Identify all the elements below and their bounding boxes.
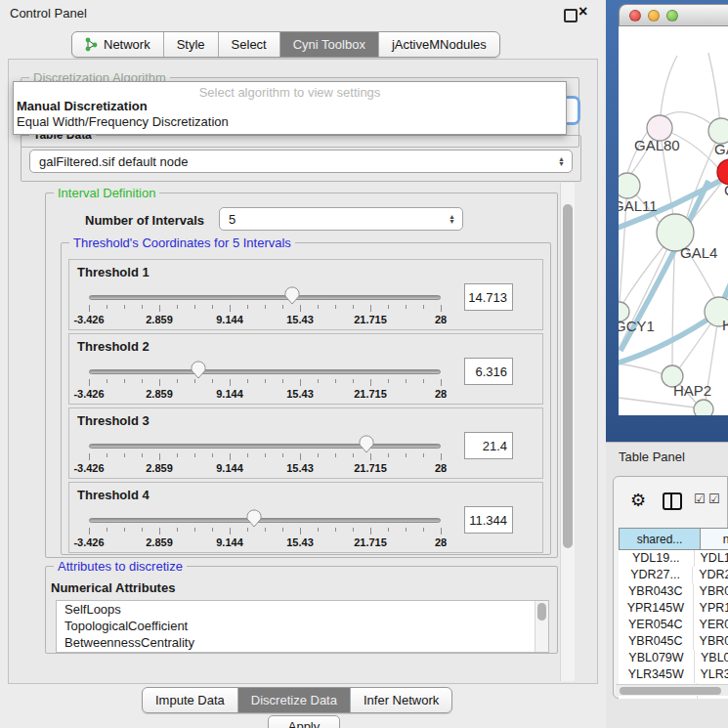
horizontal-scrollbar-thumb[interactable] <box>620 687 721 695</box>
checkbox-icon[interactable]: ☑ <box>708 492 720 506</box>
table-row[interactable]: YER054CYER0 <box>619 617 728 633</box>
tick-mark <box>107 453 107 457</box>
list-scrollbar-thumb[interactable] <box>537 603 546 621</box>
tick-mark <box>335 528 336 532</box>
vertical-scrollbar-thumb[interactable] <box>563 204 573 548</box>
tab-cyni-toolbox[interactable]: Cyni Toolbox <box>279 32 378 57</box>
tab-network[interactable]: Network <box>72 32 163 57</box>
table-row[interactable]: YDL19...YDL1 <box>619 550 728 567</box>
tick-label: 9.144 <box>216 536 243 548</box>
attribute-list-item[interactable]: SelfLoops <box>57 601 548 618</box>
table-row[interactable]: YLR345WYLR3 <box>619 666 728 683</box>
threshold-value-field[interactable]: 21.4 <box>464 432 513 459</box>
tick-mark <box>353 305 354 309</box>
numerical-attributes-list[interactable]: SelfLoopsTopologicalCoefficientBetweenne… <box>56 600 549 653</box>
cell-name: YBL0 <box>695 650 728 666</box>
tick-label: -3.426 <box>73 314 104 325</box>
tab-style[interactable]: Style <box>163 32 218 57</box>
network-edge <box>619 364 664 374</box>
tick-label: 15.43 <box>286 536 314 548</box>
tick-mark <box>230 305 231 312</box>
tick-mark <box>318 379 319 383</box>
threshold-value-field[interactable]: 11.344 <box>464 506 513 534</box>
table-row[interactable]: YPR145WYPR1 <box>619 600 728 617</box>
tab-select[interactable]: Select <box>218 32 279 57</box>
tick-label: -3.426 <box>73 388 104 400</box>
threshold-label: Threshold 4 <box>77 488 150 502</box>
float-window-icon[interactable] <box>564 9 578 22</box>
traffic-light-minimize-icon[interactable] <box>648 10 660 21</box>
network-window-titlebar[interactable] <box>619 4 728 26</box>
algorithm-option-equal-width[interactable]: Equal Width/Frequency Discretization <box>17 114 229 129</box>
close-icon[interactable]: × <box>578 3 587 21</box>
table-data-combobox[interactable]: galFiltered.sif default node ▲▼ <box>29 150 573 173</box>
node-label: GCY1 <box>619 318 655 334</box>
combo-stepper-icon: ▲▼ <box>449 214 455 224</box>
attribute-list-item[interactable]: BetweennessCentrality <box>57 634 548 651</box>
algorithm-popup: Select algorithm to view settings Manual… <box>13 81 567 135</box>
traffic-light-zoom-icon[interactable] <box>666 10 678 21</box>
slider-thumb[interactable] <box>246 509 262 528</box>
horizontal-scrollbar[interactable] <box>616 684 728 696</box>
cyni-toolbox-panel: Discretization Algorithm Table Data galF… <box>8 59 598 684</box>
settings-gear-icon[interactable]: ⚙ <box>630 490 646 511</box>
network-icon <box>85 37 98 52</box>
vertical-scrollbar[interactable] <box>560 183 575 681</box>
threshold-value-field[interactable]: 14.713 <box>464 283 513 311</box>
number-of-intervals-combobox[interactable]: 5 ▲▼ <box>219 207 463 231</box>
slider-thumb[interactable] <box>359 435 374 453</box>
tick-mark <box>247 528 248 532</box>
threshold-slider-track[interactable] <box>89 444 441 449</box>
network-view-canvas[interactable]: GAL80GACGAL11GAL4GCY1HHAP2 <box>619 26 728 415</box>
threshold-label: Threshold 3 <box>77 413 150 428</box>
tick-mark <box>194 453 195 457</box>
tick-mark <box>142 305 143 309</box>
numerical-attributes-label: Numerical Attributes <box>51 580 175 595</box>
tick-mark <box>212 528 213 532</box>
threshold-value-field[interactable]: 6.316 <box>464 358 513 385</box>
slider-thumb[interactable] <box>191 361 206 379</box>
tick-label: -3.426 <box>73 536 104 548</box>
node-label: GA <box>714 141 728 157</box>
tick-mark <box>388 305 389 309</box>
node-bottom[interactable] <box>694 400 713 415</box>
tick-mark <box>370 305 371 312</box>
tab-impute-data[interactable]: Impute Data <box>143 688 237 712</box>
threshold-slider-track[interactable] <box>89 369 441 374</box>
tick-label: 2.859 <box>146 388 173 400</box>
number-of-intervals-value: 5 <box>229 212 236 227</box>
tab-discretize-data[interactable]: Discretize Data <box>237 688 350 712</box>
traffic-light-close-icon[interactable] <box>629 10 641 21</box>
attributes-group-label: Attributes to discretize <box>54 559 187 574</box>
apply-button[interactable]: Apply <box>268 715 340 728</box>
table-row[interactable]: YBL079WYBL0 <box>619 650 728 666</box>
tick-label: 28 <box>435 314 447 325</box>
cell-shared-name: YER054C <box>619 617 694 633</box>
node-label: C <box>724 182 728 198</box>
tick-mark <box>370 528 371 535</box>
algorithm-option-manual[interactable]: Manual Discretization <box>17 99 148 113</box>
algorithm-popup-hint: Select algorithm to view settings <box>14 85 566 100</box>
slider-thumb[interactable] <box>284 286 300 305</box>
list-scrollbar[interactable] <box>535 601 548 652</box>
tick-mark <box>388 528 389 532</box>
tick-label: 15.43 <box>286 388 314 400</box>
table-row[interactable]: YBR043CYBR0 <box>619 583 728 600</box>
checkbox-icon[interactable]: ☑ <box>694 492 706 506</box>
node-gal11[interactable] <box>619 173 640 198</box>
tab-jactivemnodules[interactable]: jActiveMNodules <box>378 32 499 57</box>
attribute-list-item[interactable]: TopologicalCoefficient <box>57 618 548 634</box>
tick-label: 15.43 <box>286 314 314 325</box>
tab-infer-network[interactable]: Infer Network <box>350 688 451 712</box>
threshold-slider-track[interactable] <box>89 518 441 523</box>
column-header-1[interactable]: shared... <box>619 528 701 550</box>
tick-mark <box>159 379 160 386</box>
table-row[interactable]: YBR045CYBR0 <box>619 633 728 650</box>
split-columns-icon[interactable] <box>663 492 682 510</box>
table-row[interactable]: YDR27...YDR2 <box>619 567 728 583</box>
interval-definition-label: Interval Definition <box>54 186 159 200</box>
threshold-label: Threshold 2 <box>77 339 150 354</box>
cell-shared-name: YDR27... <box>619 567 693 583</box>
column-header-2[interactable]: na <box>701 528 728 550</box>
threshold-slider-track[interactable] <box>89 295 441 300</box>
